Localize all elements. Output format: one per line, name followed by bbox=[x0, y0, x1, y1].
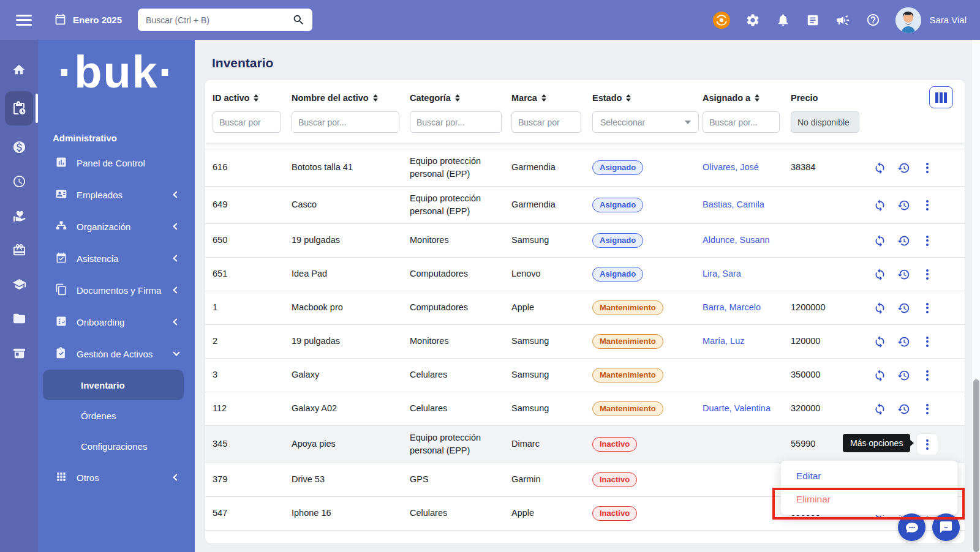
history-icon[interactable] bbox=[897, 335, 910, 348]
column-header[interactable]: Categoría bbox=[410, 88, 511, 111]
user-avatar[interactable] bbox=[895, 7, 921, 33]
assistant-icon[interactable] bbox=[713, 12, 730, 29]
sidebar-item-empleados[interactable]: Empleados bbox=[38, 179, 195, 211]
filter-input-id-activo[interactable] bbox=[213, 111, 281, 133]
chevron-left-icon bbox=[173, 223, 179, 229]
rail-payroll-icon[interactable] bbox=[5, 134, 33, 160]
sync-icon[interactable] bbox=[873, 335, 886, 348]
context-menu-edit[interactable]: Editar bbox=[781, 464, 957, 488]
sync-icon[interactable] bbox=[873, 161, 886, 174]
history-icon[interactable] bbox=[897, 267, 910, 281]
more-options-kebab-icon[interactable] bbox=[921, 161, 934, 174]
support-chat-fab[interactable] bbox=[932, 513, 960, 541]
hamburger-menu-icon[interactable] bbox=[16, 15, 32, 26]
filter-input-nombre-del-activo[interactable] bbox=[292, 111, 399, 133]
rail-talent-icon[interactable] bbox=[5, 237, 33, 263]
assignee-link[interactable]: Duarte, Valentina bbox=[703, 403, 771, 413]
more-options-button[interactable] bbox=[916, 433, 938, 455]
notifications-bell-icon[interactable] bbox=[775, 13, 790, 28]
help-icon[interactable] bbox=[865, 13, 880, 28]
filter-input-categori-a[interactable] bbox=[410, 111, 502, 133]
history-icon[interactable] bbox=[897, 368, 910, 382]
sort-icon[interactable] bbox=[373, 94, 378, 102]
status-badge: Asignado bbox=[592, 198, 643, 213]
cell-categoria: Equipo protección personal (EPP) bbox=[410, 155, 511, 181]
assignee-link[interactable]: María, Luz bbox=[703, 336, 745, 346]
cell-estado: Inactivo bbox=[592, 472, 703, 488]
more-options-kebab-icon[interactable] bbox=[921, 198, 934, 212]
scrollbar-thumb[interactable] bbox=[973, 379, 979, 552]
column-header[interactable]: Estado bbox=[592, 88, 703, 111]
sort-icon[interactable] bbox=[541, 94, 546, 102]
column-settings-button[interactable] bbox=[929, 86, 953, 108]
more-options-kebab-icon[interactable] bbox=[921, 335, 934, 348]
sidebar-item-otros[interactable]: Otros bbox=[38, 461, 195, 493]
sidebar-item-gestio-n-de-activos[interactable]: Gestión de Activos bbox=[38, 338, 195, 370]
column-header[interactable]: Nombre del activo bbox=[292, 88, 410, 111]
global-search-input[interactable] bbox=[146, 15, 287, 25]
news-icon[interactable] bbox=[805, 13, 820, 28]
rail-marketplace-icon[interactable] bbox=[5, 340, 33, 365]
assignee-link[interactable]: Barra, Marcelo bbox=[703, 302, 761, 312]
page-scrollbar[interactable] bbox=[971, 40, 980, 552]
column-header[interactable]: Marca bbox=[511, 88, 592, 111]
settings-gear-icon[interactable] bbox=[745, 13, 760, 28]
context-menu-delete[interactable]: Eliminar bbox=[781, 488, 957, 511]
sidebar-item-organizacio-n[interactable]: Organización bbox=[38, 211, 195, 242]
sync-icon[interactable] bbox=[873, 301, 886, 315]
history-icon[interactable] bbox=[897, 198, 910, 212]
sidebar-item-onboarding[interactable]: Onboarding bbox=[38, 306, 195, 338]
more-options-kebab-icon[interactable] bbox=[921, 368, 934, 382]
cell-id: 651 bbox=[213, 267, 292, 280]
sidebar-item-documentos-y-firma[interactable]: Documentos y Firma bbox=[38, 274, 195, 306]
rail-benefits-icon[interactable] bbox=[5, 203, 33, 228]
estado-filter-select[interactable]: Seleccionar bbox=[592, 111, 699, 133]
history-icon[interactable] bbox=[897, 234, 910, 247]
history-icon[interactable] bbox=[897, 161, 910, 174]
announcements-megaphone-icon[interactable] bbox=[835, 13, 850, 28]
sort-icon[interactable] bbox=[626, 94, 631, 102]
sidebar-subitem-inventario[interactable]: Inventario bbox=[43, 370, 184, 400]
more-options-kebab-icon[interactable] bbox=[921, 267, 934, 281]
more-options-kebab-icon[interactable] bbox=[921, 402, 934, 416]
sort-icon[interactable] bbox=[254, 94, 258, 102]
sync-icon[interactable] bbox=[873, 234, 886, 247]
column-header[interactable]: Asignado a bbox=[703, 88, 791, 111]
assignee-link[interactable]: Bastias, Camila bbox=[703, 200, 764, 209]
more-options-kebab-icon[interactable] bbox=[921, 438, 934, 451]
period-selector[interactable]: Enero 2025 bbox=[54, 13, 122, 28]
sort-icon[interactable] bbox=[755, 94, 760, 102]
more-options-kebab-icon[interactable] bbox=[921, 234, 934, 247]
history-icon[interactable] bbox=[897, 402, 910, 416]
sidebar-item-asistencia[interactable]: Asistencia bbox=[38, 242, 195, 274]
cell-marca: Garmin bbox=[511, 473, 592, 486]
rail-training-icon[interactable] bbox=[5, 271, 33, 297]
filter-input-asignado-a[interactable] bbox=[703, 111, 780, 133]
sync-icon[interactable] bbox=[873, 267, 886, 281]
assignee-link[interactable]: Lira, Sara bbox=[703, 269, 741, 278]
sync-icon[interactable] bbox=[873, 368, 886, 382]
chat-bubble-fab[interactable] bbox=[898, 513, 925, 541]
user-name[interactable]: Sara Vial bbox=[929, 15, 967, 25]
assignee-link[interactable]: Aldunce, Susann bbox=[703, 235, 770, 245]
column-header[interactable]: ID activo bbox=[213, 88, 292, 111]
sidebar-item-panel-de-control[interactable]: Panel de Control bbox=[38, 147, 195, 179]
sort-icon[interactable] bbox=[455, 94, 460, 102]
search-icon[interactable] bbox=[292, 13, 305, 29]
rail-files-icon[interactable] bbox=[5, 305, 33, 331]
history-icon[interactable] bbox=[897, 301, 910, 315]
rail-asset-management-icon[interactable] bbox=[5, 91, 33, 125]
assignee-link[interactable]: Olivares, José bbox=[703, 162, 759, 172]
filter-input-marca[interactable] bbox=[511, 111, 581, 133]
cell-categoria: Celulares bbox=[410, 402, 511, 415]
global-search[interactable] bbox=[138, 9, 312, 31]
rail-home-icon[interactable] bbox=[5, 57, 33, 83]
more-options-kebab-icon[interactable] bbox=[921, 301, 934, 315]
sync-icon[interactable] bbox=[873, 402, 886, 416]
sync-icon[interactable] bbox=[873, 198, 886, 212]
rail-time-icon[interactable] bbox=[5, 168, 33, 194]
status-badge: Inactivo bbox=[592, 437, 637, 452]
sidebar-subitem-configuraciones[interactable]: Configuraciones bbox=[43, 431, 184, 461]
sidebar-subitem-ordenes[interactable]: Órdenes bbox=[43, 400, 184, 431]
status-badge: Mantenimiento bbox=[592, 334, 663, 349]
